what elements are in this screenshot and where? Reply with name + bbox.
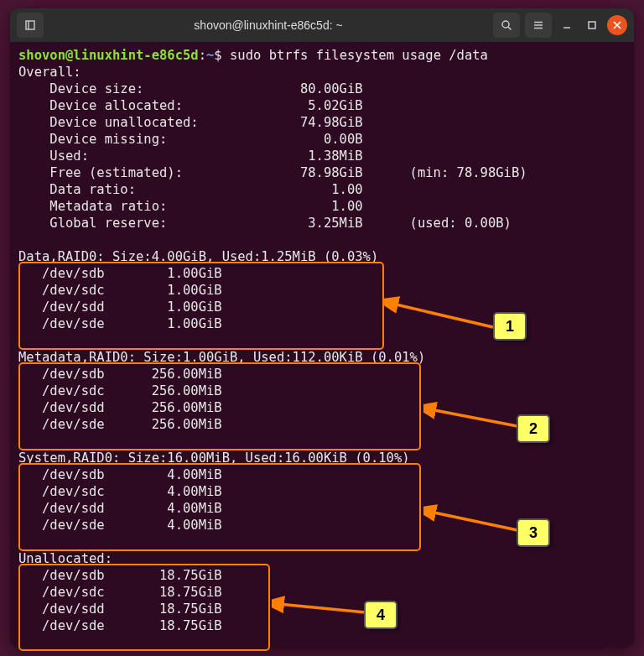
search-icon xyxy=(501,19,512,31)
section-header: System,RAID0: Size:16.00MiB, Used:16.00K… xyxy=(18,450,410,466)
section-dev-row: /dev/sdd 18.75GiB xyxy=(18,601,222,617)
titlebar: shovon@linuxhint-e86c5d: ~ xyxy=(10,8,634,42)
overall-row: Device allocated: 5.02GiB xyxy=(18,98,363,113)
section-dev-row: /dev/sdb 18.75GiB xyxy=(18,568,222,583)
section-dev-row: /dev/sde 256.00MiB xyxy=(18,417,222,432)
overall-row: Metadata ratio: 1.00 xyxy=(18,199,363,214)
section-dev-row: /dev/sdd 1.00GiB xyxy=(18,299,222,315)
overall-row: Device unallocated: 74.98GiB xyxy=(18,115,363,130)
window-title: shovon@linuxhint-e86c5d: ~ xyxy=(194,18,342,32)
close-button[interactable] xyxy=(607,15,627,35)
minimize-icon xyxy=(562,20,572,30)
prompt-path: ~ xyxy=(206,48,214,63)
section-dev-row: /dev/sdc 1.00GiB xyxy=(18,283,222,298)
overall-header: Overall: xyxy=(18,65,81,80)
prompt-userhost: shovon@linuxhint-e86c5d xyxy=(18,48,199,63)
section-dev-row: /dev/sdc 18.75GiB xyxy=(18,585,222,600)
section-dev-row: /dev/sdb 1.00GiB xyxy=(18,266,222,281)
section-dev-row: /dev/sdd 256.00MiB xyxy=(18,400,222,415)
terminal-body[interactable]: shovon@linuxhint-e86c5d:~$ sudo btrfs fi… xyxy=(10,42,634,648)
section-dev-row: /dev/sdb 4.00MiB xyxy=(18,467,222,482)
close-icon xyxy=(613,21,621,29)
command-text: sudo btrfs filesystem usage /data xyxy=(230,48,488,63)
section-header: Unallocated: xyxy=(18,551,112,566)
overall-row: Global reserve: 3.25MiB (used: 0.00B) xyxy=(18,216,512,231)
maximize-button[interactable] xyxy=(582,15,602,35)
callout-2: 2 xyxy=(517,414,550,443)
callout-1: 1 xyxy=(493,312,527,341)
maximize-icon xyxy=(587,20,597,30)
minimize-button[interactable] xyxy=(557,15,577,35)
section-dev-row: /dev/sdc 4.00MiB xyxy=(18,484,222,499)
terminal-window: shovon@linuxhint-e86c5d: ~ shovon@linuxh… xyxy=(10,8,634,648)
search-button[interactable] xyxy=(493,13,520,38)
svg-rect-0 xyxy=(26,21,34,29)
svg-line-3 xyxy=(508,27,512,30)
overall-row: Device size: 80.00GiB xyxy=(18,81,363,96)
section-dev-row: /dev/sdd 4.00MiB xyxy=(18,501,222,516)
callout-3: 3 xyxy=(517,518,550,547)
overall-row: Device missing: 0.00B xyxy=(18,132,363,147)
section-dev-row: /dev/sde 18.75GiB xyxy=(18,618,222,633)
section-header: Data,RAID0: Size:4.00GiB, Used:1.25MiB (… xyxy=(18,249,378,264)
svg-point-2 xyxy=(502,21,509,28)
section-header: Metadata,RAID0: Size:1.00GiB, Used:112.0… xyxy=(18,350,425,365)
overall-row: Data ratio: 1.00 xyxy=(18,182,363,197)
section-dev-row: /dev/sde 1.00GiB xyxy=(18,316,222,331)
overall-row: Free (estimated): 78.98GiB (min: 78.98Gi… xyxy=(18,165,527,180)
new-tab-button[interactable] xyxy=(17,13,44,38)
overall-row: Used: 1.38MiB xyxy=(18,148,363,164)
section-dev-row: /dev/sdb 256.00MiB xyxy=(18,367,222,382)
svg-rect-8 xyxy=(589,22,595,29)
section-dev-row: /dev/sdc 256.00MiB xyxy=(18,383,222,398)
callout-4: 4 xyxy=(364,601,397,629)
menu-button[interactable] xyxy=(525,13,552,38)
section-dev-row: /dev/sde 4.00MiB xyxy=(18,518,222,533)
hamburger-icon xyxy=(532,19,544,31)
